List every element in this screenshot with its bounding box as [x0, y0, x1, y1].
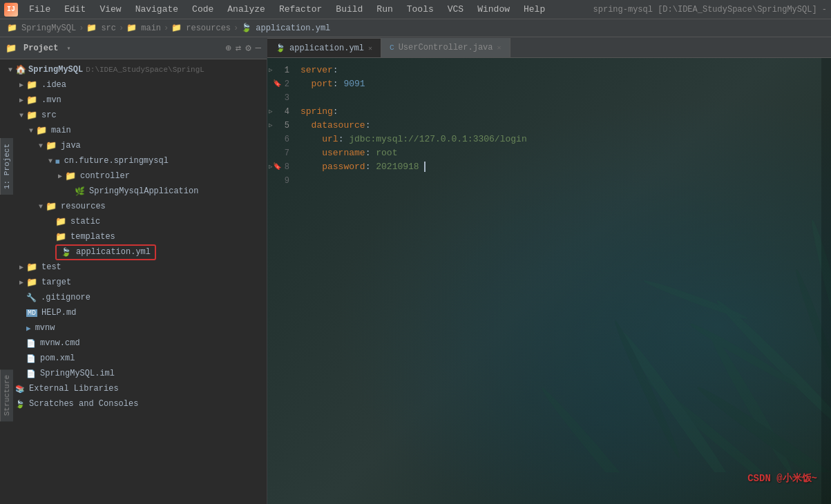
tree-item-java[interactable]: ▼ 📁 java: [0, 138, 267, 153]
templates-label: templates: [70, 232, 115, 242]
menu-code[interactable]: Code: [187, 3, 219, 16]
code-line-5: datasource:: [295, 119, 821, 133]
tree-item-target[interactable]: ▶ 📁 target: [0, 275, 267, 290]
tree-item-springiml[interactable]: 📄 SpringMySQL.iml: [0, 366, 267, 381]
tree-item-appyml[interactable]: 🍃 application.yml: [0, 244, 267, 260]
breadcrumb-springmysql[interactable]: SpringMySQL: [21, 23, 76, 33]
settings-icon[interactable]: ⚙: [245, 42, 251, 54]
menu-bar: IJ File Edit View Navigate Code Analyze …: [0, 0, 831, 19]
project-side-tab[interactable]: 1: Project: [0, 138, 13, 195]
tree-item-pomxml[interactable]: 📄 pom.xml: [0, 351, 267, 366]
tree-item-extlibs[interactable]: ▶ 📚 External Libraries: [0, 381, 267, 396]
menu-build[interactable]: Build: [330, 3, 368, 16]
project-icon: 📁: [7, 23, 17, 33]
menu-tools[interactable]: Tools: [401, 3, 439, 16]
tree-item-root[interactable]: ▼ 🏠 SpringMySQL D:\IDEA_StudySpace\Sprin…: [0, 62, 267, 77]
yaml-file-icon: 🍃: [61, 247, 71, 258]
controller-folder-icon: 📁: [65, 171, 76, 182]
tab-yaml-close[interactable]: ✕: [368, 44, 372, 52]
tree-item-mvn[interactable]: ▶ 📁 .mvn: [0, 93, 267, 108]
tree-item-static[interactable]: 📁 static: [0, 214, 267, 229]
line-num-1: ▷1: [267, 64, 295, 77]
tree-item-mvnw[interactable]: ▶ mvnw: [0, 320, 267, 336]
springiml-label: SpringMySQL.iml: [40, 369, 115, 378]
test-label: test: [41, 262, 61, 272]
code-content[interactable]: server: port: 9091 spring: datasource:: [295, 58, 821, 504]
tab-java-icon: C: [390, 43, 394, 52]
tree-item-helpmd[interactable]: MD HELP.md: [0, 305, 267, 320]
target-folder-icon: 📁: [26, 277, 37, 288]
tab-usercontroller[interactable]: C UserController.java ✕: [381, 38, 510, 57]
add-icon[interactable]: ⊕: [225, 42, 231, 54]
tree-item-controller[interactable]: ▶ 📁 controller: [0, 168, 267, 184]
menu-edit[interactable]: Edit: [59, 3, 91, 16]
highlighted-file-box: 🍃 application.yml: [55, 244, 156, 260]
menu-refactor[interactable]: Refactor: [274, 3, 327, 16]
menu-window[interactable]: Window: [472, 3, 515, 16]
tree-item-idea[interactable]: ▶ 📁 .idea: [0, 77, 267, 93]
helpmd-label: HELP.md: [41, 308, 76, 318]
tab-yaml-icon: 🍃: [276, 43, 285, 52]
menu-file[interactable]: File: [23, 3, 56, 16]
editor-tabs: 🍃 application.yml ✕ C UserController.jav…: [267, 37, 831, 58]
tree-arrow-test: ▶: [17, 263, 26, 271]
val-port: 9091: [343, 79, 365, 89]
project-panel: 📁 Project ▾ ⊕ ⇄ ⚙ — ▼ 🏠 SpringMySQL D:\I…: [0, 37, 267, 504]
val-password: 20210918: [376, 162, 419, 172]
breadcrumb: 📁 SpringMySQL › 📁 src › 📁 main › 📁 resou…: [0, 19, 831, 37]
tree-item-pkg[interactable]: ▼ ◼ cn.future.springmysql: [0, 153, 267, 168]
cmd-icon: 📄: [26, 339, 36, 348]
breadcrumb-file[interactable]: application.yml: [256, 23, 330, 33]
breadcrumb-resources[interactable]: resources: [186, 23, 231, 33]
spring-app-icon: 🌿: [75, 186, 85, 197]
main-layout: 📁 Project ▾ ⊕ ⇄ ⚙ — ▼ 🏠 SpringMySQL D:\I…: [0, 37, 831, 504]
tree-item-resources[interactable]: ▼ 📁 resources: [0, 199, 267, 214]
project-dropdown-icon[interactable]: ▾: [66, 44, 70, 52]
tree-item-test[interactable]: ▶ 📁 test: [0, 260, 267, 275]
line-num-4: ▷4: [267, 105, 295, 119]
appyml-label: application.yml: [76, 247, 151, 257]
tree-item-src[interactable]: ▼ 📁 src: [0, 108, 267, 123]
tree-item-mvnwcmd[interactable]: 📄 mvnw.cmd: [0, 336, 267, 351]
menu-help[interactable]: Help: [518, 3, 551, 16]
editor-content[interactable]: ▷1 2 3 ▷4 ▷5 6 7 ▷8 9: [267, 58, 831, 504]
breadcrumb-main[interactable]: main: [141, 23, 161, 33]
project-header: 📁 Project ▾ ⊕ ⇄ ⚙ —: [0, 37, 267, 59]
text-cursor: [419, 162, 426, 172]
mvnw-label: mvnw: [35, 323, 55, 333]
code-line-9: [295, 174, 821, 188]
menu-analyze[interactable]: Analyze: [222, 3, 271, 16]
java-folder-icon: 📁: [46, 140, 57, 151]
tree-item-scratches[interactable]: ▶ 🍃 Scratches and Consoles: [0, 396, 267, 411]
menu-view[interactable]: View: [94, 3, 126, 16]
tree-arrow-java: ▼: [36, 142, 46, 150]
tab-application-yml[interactable]: 🍃 application.yml ✕: [267, 38, 381, 57]
editor-gutter[interactable]: [821, 58, 831, 504]
main-label: main: [51, 126, 71, 135]
controller-label: controller: [80, 171, 130, 181]
menu-run[interactable]: Run: [371, 3, 398, 16]
tree-item-main[interactable]: ▼ 📁 main: [0, 123, 267, 138]
extlibs-label: External Libraries: [29, 384, 119, 394]
menu-navigate[interactable]: Navigate: [130, 3, 184, 16]
package-icon: ◼: [55, 157, 60, 166]
tree-arrow-src: ▼: [17, 112, 26, 119]
md-icon: MD: [26, 309, 37, 317]
minimize-icon[interactable]: —: [256, 42, 261, 54]
tree-item-templates[interactable]: 📁 templates: [0, 229, 267, 244]
tree-item-gitignore[interactable]: 🔧 .gitignore: [0, 290, 267, 305]
breadcrumb-src[interactable]: src: [101, 23, 116, 33]
idea-folder-icon: 📁: [26, 79, 37, 90]
menu-vcs[interactable]: VCS: [442, 3, 469, 16]
project-title: Project: [23, 43, 58, 53]
editor-area: 🍃 application.yml ✕ C UserController.jav…: [267, 37, 831, 504]
scratches-label: Scratches and Consoles: [29, 399, 138, 409]
csdn-watermark: CSDN @小米饭~: [747, 472, 817, 485]
structure-tab[interactable]: Structure: [0, 369, 13, 421]
code-line-1: server:: [295, 64, 821, 77]
tab-java-close[interactable]: ✕: [497, 43, 502, 52]
tree-item-springapp[interactable]: 🌿 SpringMysqlApplication: [0, 184, 267, 199]
sync-icon[interactable]: ⇄: [236, 42, 241, 54]
code-line-2: port: 9091: [295, 77, 821, 91]
tab-java-label: UserController.java: [399, 43, 493, 52]
